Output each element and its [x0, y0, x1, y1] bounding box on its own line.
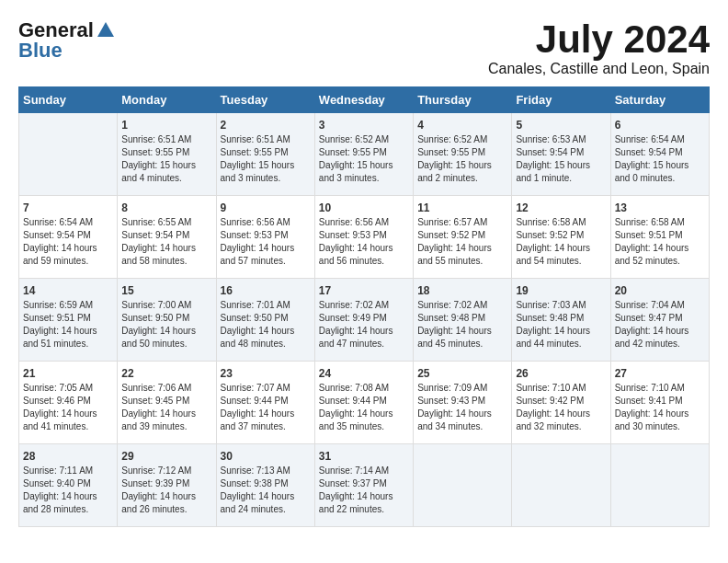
- day-number: 10: [319, 201, 409, 214]
- month-title: July 2024: [488, 18, 710, 61]
- day-content: Sunrise: 7:04 AM Sunset: 9:47 PM Dayligh…: [615, 299, 705, 350]
- day-content: Sunrise: 7:05 AM Sunset: 9:46 PM Dayligh…: [23, 382, 113, 433]
- day-number: 4: [417, 119, 507, 132]
- calendar-week-row: 21Sunrise: 7:05 AM Sunset: 9:46 PM Dayli…: [19, 362, 710, 444]
- calendar-cell: 26Sunrise: 7:10 AM Sunset: 9:42 PM Dayli…: [512, 362, 610, 444]
- calendar-cell: 17Sunrise: 7:02 AM Sunset: 9:49 PM Dayli…: [314, 279, 413, 362]
- day-content: Sunrise: 7:10 AM Sunset: 9:42 PM Dayligh…: [516, 382, 606, 433]
- weekday-header-cell: Tuesday: [216, 87, 314, 113]
- calendar-cell: 18Sunrise: 7:02 AM Sunset: 9:48 PM Dayli…: [414, 279, 512, 362]
- day-content: Sunrise: 6:54 AM Sunset: 9:54 PM Dayligh…: [615, 133, 705, 185]
- day-content: Sunrise: 6:56 AM Sunset: 9:53 PM Dayligh…: [319, 216, 409, 268]
- day-content: Sunrise: 6:56 AM Sunset: 9:53 PM Dayligh…: [221, 216, 311, 268]
- calendar-cell: 22Sunrise: 7:06 AM Sunset: 9:45 PM Dayli…: [118, 362, 216, 444]
- calendar-cell: 8Sunrise: 6:55 AM Sunset: 9:54 PM Daylig…: [118, 196, 216, 279]
- day-content: Sunrise: 6:59 AM Sunset: 9:51 PM Dayligh…: [23, 299, 113, 350]
- day-number: 2: [221, 119, 311, 132]
- calendar-cell: 30Sunrise: 7:13 AM Sunset: 9:38 PM Dayli…: [216, 444, 314, 527]
- logo-blue: Blue: [18, 39, 63, 63]
- day-content: Sunrise: 7:11 AM Sunset: 9:40 PM Dayligh…: [23, 465, 113, 516]
- calendar-cell: 16Sunrise: 7:01 AM Sunset: 9:50 PM Dayli…: [216, 279, 314, 362]
- calendar-week-row: 28Sunrise: 7:11 AM Sunset: 9:40 PM Dayli…: [19, 444, 710, 527]
- day-number: 26: [516, 367, 606, 380]
- calendar-cell: [19, 113, 118, 196]
- day-number: 6: [615, 119, 705, 132]
- day-content: Sunrise: 6:58 AM Sunset: 9:52 PM Dayligh…: [516, 216, 606, 268]
- day-number: 24: [319, 367, 409, 380]
- header: General Blue July 2024 Canales, Castille…: [18, 18, 710, 77]
- calendar-cell: 11Sunrise: 6:57 AM Sunset: 9:52 PM Dayli…: [414, 196, 512, 279]
- logo-icon: [96, 20, 116, 40]
- logo: General Blue: [18, 18, 118, 63]
- day-number: 8: [121, 201, 211, 214]
- calendar-cell: 5Sunrise: 6:53 AM Sunset: 9:54 PM Daylig…: [512, 113, 610, 196]
- day-content: Sunrise: 7:02 AM Sunset: 9:49 PM Dayligh…: [319, 299, 409, 350]
- day-content: Sunrise: 6:57 AM Sunset: 9:52 PM Dayligh…: [417, 216, 507, 268]
- weekday-header-cell: Monday: [118, 87, 216, 113]
- day-content: Sunrise: 7:02 AM Sunset: 9:48 PM Dayligh…: [417, 299, 507, 350]
- day-number: 22: [121, 367, 211, 380]
- weekday-header-cell: Thursday: [414, 87, 512, 113]
- day-content: Sunrise: 7:07 AM Sunset: 9:44 PM Dayligh…: [221, 382, 311, 433]
- calendar-cell: 23Sunrise: 7:07 AM Sunset: 9:44 PM Dayli…: [216, 362, 314, 444]
- day-number: 25: [417, 367, 507, 380]
- calendar-cell: 3Sunrise: 6:52 AM Sunset: 9:55 PM Daylig…: [314, 113, 413, 196]
- day-content: Sunrise: 7:06 AM Sunset: 9:45 PM Dayligh…: [121, 382, 211, 433]
- calendar-cell: 6Sunrise: 6:54 AM Sunset: 9:54 PM Daylig…: [610, 113, 709, 196]
- day-content: Sunrise: 6:53 AM Sunset: 9:54 PM Dayligh…: [516, 133, 606, 185]
- calendar-cell: 24Sunrise: 7:08 AM Sunset: 9:44 PM Dayli…: [314, 362, 413, 444]
- calendar-cell: [512, 444, 610, 527]
- calendar-cell: 9Sunrise: 6:56 AM Sunset: 9:53 PM Daylig…: [216, 196, 314, 279]
- calendar-cell: 10Sunrise: 6:56 AM Sunset: 9:53 PM Dayli…: [314, 196, 413, 279]
- calendar-cell: 1Sunrise: 6:51 AM Sunset: 9:55 PM Daylig…: [118, 113, 216, 196]
- location-title: Canales, Castille and Leon, Spain: [488, 61, 710, 77]
- day-number: 21: [23, 367, 113, 380]
- calendar-week-row: 14Sunrise: 6:59 AM Sunset: 9:51 PM Dayli…: [19, 279, 710, 362]
- calendar-week-row: 1Sunrise: 6:51 AM Sunset: 9:55 PM Daylig…: [19, 113, 710, 196]
- day-content: Sunrise: 6:52 AM Sunset: 9:55 PM Dayligh…: [417, 133, 507, 185]
- day-number: 14: [23, 284, 113, 297]
- calendar-cell: 15Sunrise: 7:00 AM Sunset: 9:50 PM Dayli…: [118, 279, 216, 362]
- day-number: 5: [516, 119, 606, 132]
- calendar-cell: 4Sunrise: 6:52 AM Sunset: 9:55 PM Daylig…: [414, 113, 512, 196]
- day-content: Sunrise: 7:12 AM Sunset: 9:39 PM Dayligh…: [121, 465, 211, 516]
- calendar-cell: 14Sunrise: 6:59 AM Sunset: 9:51 PM Dayli…: [19, 279, 118, 362]
- day-content: Sunrise: 7:03 AM Sunset: 9:48 PM Dayligh…: [516, 299, 606, 350]
- calendar-cell: [414, 444, 512, 527]
- day-content: Sunrise: 7:14 AM Sunset: 9:37 PM Dayligh…: [319, 465, 409, 516]
- day-number: 29: [121, 450, 211, 463]
- calendar-cell: 29Sunrise: 7:12 AM Sunset: 9:39 PM Dayli…: [118, 444, 216, 527]
- day-number: 11: [417, 201, 507, 214]
- calendar-cell: 31Sunrise: 7:14 AM Sunset: 9:37 PM Dayli…: [314, 444, 413, 527]
- calendar-cell: 7Sunrise: 6:54 AM Sunset: 9:54 PM Daylig…: [19, 196, 118, 279]
- day-content: Sunrise: 7:10 AM Sunset: 9:41 PM Dayligh…: [615, 382, 705, 433]
- day-content: Sunrise: 6:52 AM Sunset: 9:55 PM Dayligh…: [319, 133, 409, 185]
- calendar-table: SundayMondayTuesdayWednesdayThursdayFrid…: [18, 86, 710, 527]
- day-content: Sunrise: 6:58 AM Sunset: 9:51 PM Dayligh…: [615, 216, 705, 268]
- weekday-header-row: SundayMondayTuesdayWednesdayThursdayFrid…: [19, 87, 710, 113]
- day-content: Sunrise: 7:08 AM Sunset: 9:44 PM Dayligh…: [319, 382, 409, 433]
- calendar-cell: 2Sunrise: 6:51 AM Sunset: 9:55 PM Daylig…: [216, 113, 314, 196]
- calendar-cell: 28Sunrise: 7:11 AM Sunset: 9:40 PM Dayli…: [19, 444, 118, 527]
- day-number: 13: [615, 201, 705, 214]
- calendar-cell: 12Sunrise: 6:58 AM Sunset: 9:52 PM Dayli…: [512, 196, 610, 279]
- day-number: 23: [221, 367, 311, 380]
- calendar-week-row: 7Sunrise: 6:54 AM Sunset: 9:54 PM Daylig…: [19, 196, 710, 279]
- day-number: 16: [221, 284, 311, 297]
- day-content: Sunrise: 6:51 AM Sunset: 9:55 PM Dayligh…: [121, 133, 211, 185]
- day-number: 7: [23, 201, 113, 214]
- day-number: 15: [121, 284, 211, 297]
- day-content: Sunrise: 6:55 AM Sunset: 9:54 PM Dayligh…: [121, 216, 211, 268]
- day-number: 19: [516, 284, 606, 297]
- day-number: 9: [221, 201, 311, 214]
- calendar-cell: 20Sunrise: 7:04 AM Sunset: 9:47 PM Dayli…: [610, 279, 709, 362]
- day-content: Sunrise: 6:54 AM Sunset: 9:54 PM Dayligh…: [23, 216, 113, 268]
- weekday-header-cell: Wednesday: [314, 87, 413, 113]
- day-number: 20: [615, 284, 705, 297]
- title-area: July 2024 Canales, Castille and Leon, Sp…: [488, 18, 710, 77]
- day-content: Sunrise: 7:01 AM Sunset: 9:50 PM Dayligh…: [221, 299, 311, 350]
- day-number: 12: [516, 201, 606, 214]
- calendar-cell: 13Sunrise: 6:58 AM Sunset: 9:51 PM Dayli…: [610, 196, 709, 279]
- day-number: 28: [23, 450, 113, 463]
- weekday-header-cell: Saturday: [610, 87, 709, 113]
